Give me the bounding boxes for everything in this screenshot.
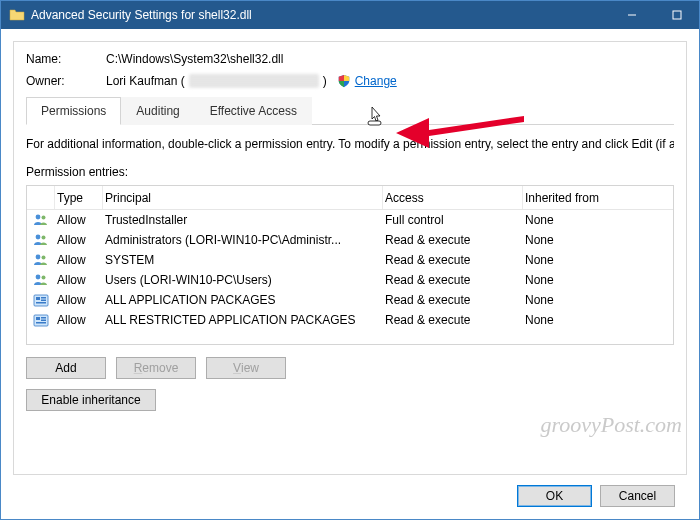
- cell-principal: ALL APPLICATION PACKAGES: [103, 293, 383, 307]
- svg-rect-1: [673, 11, 681, 19]
- svg-rect-15: [36, 302, 46, 304]
- col-type[interactable]: Type: [55, 186, 103, 209]
- cell-type: Allow: [55, 293, 103, 307]
- cancel-button[interactable]: Cancel: [600, 485, 675, 507]
- inner-panel: Name: C:\Windows\System32\shell32.dll Ow…: [13, 41, 687, 475]
- tab-auditing[interactable]: Auditing: [121, 97, 194, 125]
- table-body: AllowTrustedInstallerFull controlNoneAll…: [27, 210, 673, 330]
- table-row[interactable]: AllowAdministrators (LORI-WIN10-PC\Admin…: [27, 230, 673, 250]
- cell-principal: Users (LORI-WIN10-PC\Users): [103, 273, 383, 287]
- owner-account-masked: [189, 74, 319, 88]
- col-inherited[interactable]: Inherited from: [523, 191, 673, 205]
- svg-point-4: [42, 216, 46, 220]
- titlebar: Advanced Security Settings for shell32.d…: [1, 1, 699, 29]
- cell-inherited: None: [523, 273, 673, 287]
- svg-rect-17: [36, 317, 40, 320]
- name-value: C:\Windows\System32\shell32.dll: [106, 52, 674, 66]
- people-icon: [27, 212, 55, 228]
- owner-label: Owner:: [26, 74, 106, 88]
- content-area: Name: C:\Windows\System32\shell32.dll Ow…: [1, 29, 699, 519]
- cell-principal: TrustedInstaller: [103, 213, 383, 227]
- cell-inherited: None: [523, 253, 673, 267]
- cell-inherited: None: [523, 233, 673, 247]
- cell-type: Allow: [55, 313, 103, 327]
- package-icon: [27, 312, 55, 328]
- svg-point-8: [42, 256, 46, 260]
- ok-button[interactable]: OK: [517, 485, 592, 507]
- folder-icon: [9, 7, 25, 23]
- change-owner-link[interactable]: Change: [355, 74, 397, 88]
- owner-suffix: ): [323, 74, 327, 88]
- package-icon: [27, 292, 55, 308]
- owner-name-text: Lori Kaufman (: [106, 74, 185, 88]
- owner-row: Owner: Lori Kaufman ( ) Change: [26, 74, 674, 88]
- cell-access: Read & execute: [383, 293, 523, 307]
- cell-principal: Administrators (LORI-WIN10-PC\Administr.…: [103, 233, 383, 247]
- info-text: For additional information, double-click…: [26, 137, 674, 151]
- view-button[interactable]: View: [206, 357, 286, 379]
- svg-point-6: [42, 236, 46, 240]
- maximize-button[interactable]: [654, 1, 699, 29]
- svg-rect-20: [36, 322, 46, 324]
- cell-access: Read & execute: [383, 313, 523, 327]
- svg-point-10: [42, 276, 46, 280]
- svg-point-3: [36, 215, 41, 220]
- people-icon: [27, 252, 55, 268]
- tab-permissions[interactable]: Permissions: [26, 97, 121, 125]
- cell-type: Allow: [55, 233, 103, 247]
- table-row[interactable]: AllowSYSTEMRead & executeNone: [27, 250, 673, 270]
- enable-inheritance-button[interactable]: Enable inheritance: [26, 389, 156, 411]
- svg-point-7: [36, 255, 41, 260]
- col-access[interactable]: Access: [383, 186, 523, 209]
- name-row: Name: C:\Windows\System32\shell32.dll: [26, 52, 674, 66]
- cell-principal: ALL RESTRICTED APPLICATION PACKAGES: [103, 313, 383, 327]
- watermark-text: groovyPost.com: [540, 412, 682, 438]
- cell-type: Allow: [55, 253, 103, 267]
- table-row[interactable]: AllowALL APPLICATION PACKAGESRead & exec…: [27, 290, 673, 310]
- name-label: Name:: [26, 52, 106, 66]
- svg-point-9: [36, 275, 41, 280]
- table-header: Type Principal Access Inherited from: [27, 186, 673, 210]
- cell-type: Allow: [55, 213, 103, 227]
- svg-rect-18: [41, 317, 46, 319]
- people-icon: [27, 232, 55, 248]
- people-icon: [27, 272, 55, 288]
- window: Advanced Security Settings for shell32.d…: [0, 0, 700, 520]
- cell-access: Full control: [383, 213, 523, 227]
- tab-effective-access[interactable]: Effective Access: [195, 97, 312, 125]
- window-title: Advanced Security Settings for shell32.d…: [31, 8, 252, 22]
- cell-access: Read & execute: [383, 273, 523, 287]
- minimize-button[interactable]: [609, 1, 654, 29]
- svg-rect-14: [41, 300, 46, 302]
- svg-rect-12: [36, 297, 40, 300]
- permission-entries-label: Permission entries:: [26, 165, 674, 179]
- dialog-buttons: OK Cancel: [13, 475, 687, 519]
- col-principal[interactable]: Principal: [103, 186, 383, 209]
- svg-rect-19: [41, 320, 46, 322]
- add-button[interactable]: Add: [26, 357, 106, 379]
- svg-rect-13: [41, 297, 46, 299]
- svg-point-5: [36, 235, 41, 240]
- table-row[interactable]: AllowUsers (LORI-WIN10-PC\Users)Read & e…: [27, 270, 673, 290]
- table-row[interactable]: AllowALL RESTRICTED APPLICATION PACKAGES…: [27, 310, 673, 330]
- table-row[interactable]: AllowTrustedInstallerFull controlNone: [27, 210, 673, 230]
- entry-buttons-row: Add Remove View: [26, 357, 674, 379]
- owner-value: Lori Kaufman ( ) Change: [106, 74, 674, 88]
- cell-access: Read & execute: [383, 233, 523, 247]
- shield-icon: [337, 74, 351, 88]
- cell-type: Allow: [55, 273, 103, 287]
- tabs: Permissions Auditing Effective Access: [26, 96, 674, 125]
- cell-inherited: None: [523, 213, 673, 227]
- permissions-table: Type Principal Access Inherited from All…: [26, 185, 674, 345]
- cell-inherited: None: [523, 293, 673, 307]
- cell-inherited: None: [523, 313, 673, 327]
- remove-button[interactable]: Remove: [116, 357, 196, 379]
- cell-principal: SYSTEM: [103, 253, 383, 267]
- cell-access: Read & execute: [383, 253, 523, 267]
